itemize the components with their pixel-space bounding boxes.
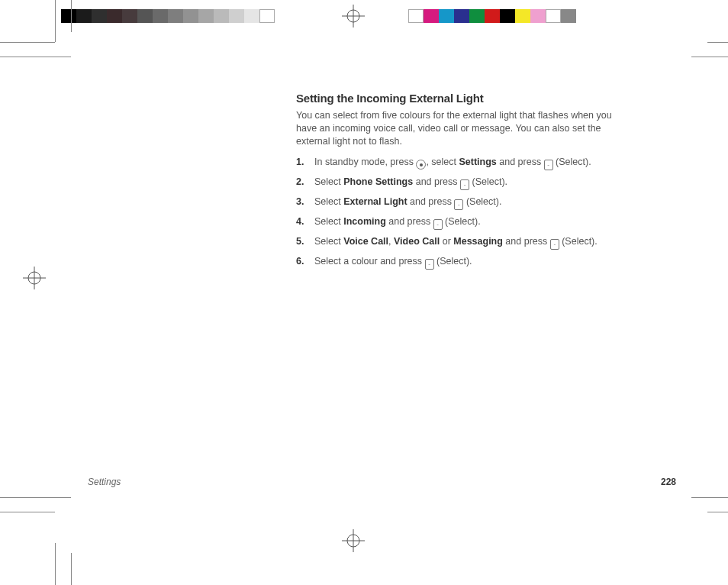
softkey-icon: - — [460, 179, 469, 190]
registration-mark-icon — [23, 267, 46, 289]
page-content: Setting the Incoming External Light You … — [296, 92, 632, 275]
color-swatch — [515, 9, 530, 23]
crop-mark — [71, 553, 72, 585]
footer-section: Settings — [88, 477, 121, 487]
crop-mark — [71, 0, 72, 32]
step-item: 5. Select Voice Call, Video Call or Mess… — [296, 235, 632, 250]
color-swatch — [137, 9, 153, 23]
crop-mark — [691, 497, 728, 498]
color-swatch — [229, 9, 244, 23]
center-key-icon — [416, 160, 426, 170]
crop-mark — [0, 57, 71, 57]
step-number: 6. — [296, 255, 304, 268]
crop-mark — [691, 57, 728, 57]
color-swatch — [546, 9, 561, 23]
color-swatch — [561, 9, 576, 23]
crop-mark — [707, 42, 728, 43]
color-swatch — [500, 9, 515, 23]
color-swatch — [244, 9, 259, 23]
color-swatch — [168, 9, 183, 23]
footer-page-number: 228 — [661, 477, 676, 487]
printer-bar-left — [61, 9, 275, 23]
step-number: 4. — [296, 215, 304, 228]
softkey-icon: - — [454, 199, 463, 210]
registration-mark-icon — [342, 529, 365, 552]
crop-mark — [0, 42, 55, 43]
crop-mark — [0, 512, 55, 512]
color-swatch — [485, 9, 500, 23]
softkey-icon: - — [550, 239, 559, 250]
color-swatch — [107, 9, 122, 23]
color-swatch — [198, 9, 214, 23]
color-swatch — [530, 9, 546, 23]
step-item: 1. In standby mode, press , select Setti… — [296, 156, 632, 170]
color-swatch — [439, 9, 454, 23]
step-item: 4. Select Incoming and press - (Select). — [296, 215, 632, 230]
step-number: 3. — [296, 196, 304, 208]
printer-bar-right — [408, 9, 576, 23]
softkey-icon: - — [544, 160, 553, 170]
intro-paragraph: You can select from five colours for the… — [296, 109, 632, 148]
color-swatch — [454, 9, 469, 23]
crop-mark — [707, 512, 728, 512]
step-number: 1. — [296, 156, 304, 169]
step-number: 5. — [296, 235, 304, 248]
steps-list: 1. In standby mode, press , select Setti… — [296, 156, 632, 270]
registration-mark-icon — [342, 5, 365, 27]
color-swatch — [259, 9, 275, 23]
color-swatch — [408, 9, 424, 23]
crop-mark — [55, 543, 56, 585]
color-swatch — [214, 9, 229, 23]
color-swatch — [469, 9, 485, 23]
page-title: Setting the Incoming External Light — [296, 92, 632, 105]
color-swatch — [424, 9, 439, 23]
color-swatch — [61, 9, 76, 23]
step-item: 3. Select External Light and press - (Se… — [296, 196, 632, 210]
color-swatch — [76, 9, 92, 23]
crop-mark — [55, 0, 56, 42]
color-swatch — [92, 9, 107, 23]
crop-mark — [0, 497, 71, 498]
page-footer: Settings 228 — [88, 477, 676, 487]
softkey-icon: - — [433, 219, 443, 230]
color-swatch — [122, 9, 137, 23]
softkey-icon: - — [425, 259, 434, 270]
color-swatch — [153, 9, 168, 23]
step-number: 2. — [296, 176, 304, 189]
color-swatch — [183, 9, 198, 23]
step-item: 2. Select Phone Settings and press - (Se… — [296, 176, 632, 190]
step-item: 6. Select a colour and press - (Select). — [296, 255, 632, 270]
